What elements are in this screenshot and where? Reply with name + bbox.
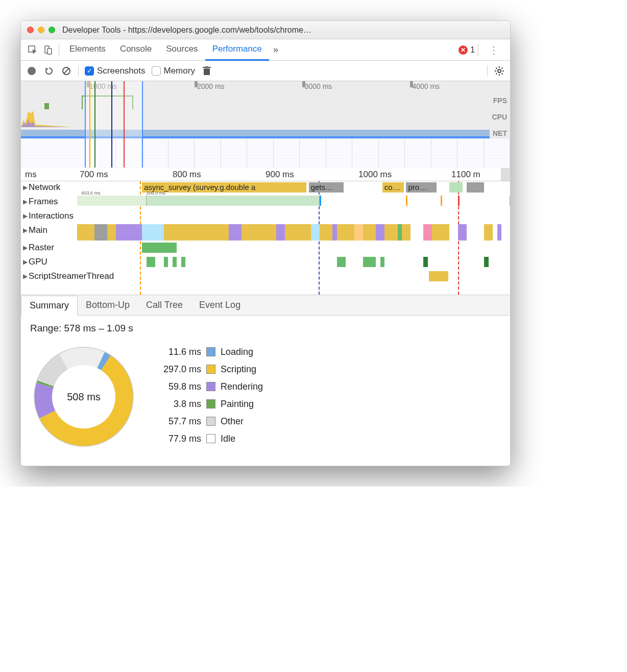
main-slice[interactable] [376, 224, 384, 241]
delete-button[interactable] [201, 65, 212, 77]
main-slice[interactable] [354, 224, 363, 241]
main-slice[interactable] [384, 224, 397, 241]
tab-sources[interactable]: Sources [159, 39, 205, 61]
flame-bar[interactable]: async_survey (survey.g.double a [142, 182, 306, 193]
disclosure-icon[interactable]: ▶ [23, 184, 28, 191]
legend-swatch [206, 417, 215, 426]
window-title: Developer Tools - https://developers.goo… [62, 26, 504, 35]
flame-bar[interactable] [363, 257, 376, 267]
main-slice[interactable] [164, 224, 177, 241]
track-gpu[interactable]: ▶GPU [21, 256, 510, 270]
details-tab-summary[interactable]: Summary [21, 296, 78, 316]
main-slice[interactable] [458, 224, 467, 241]
track-interactions[interactable]: ▶Interactions [21, 210, 510, 224]
track-main[interactable]: ▶Main [21, 224, 510, 242]
tab-performance[interactable]: Performance [205, 39, 269, 61]
device-toggle-icon[interactable] [40, 45, 56, 55]
tab-console[interactable]: Console [113, 39, 159, 61]
flame-bar[interactable] [142, 243, 177, 253]
main-slice[interactable] [242, 224, 276, 241]
flame-chart-tracks[interactable]: ▶Network async_survey (survey.g.double a… [21, 181, 510, 295]
main-slice[interactable] [116, 224, 142, 241]
main-slice[interactable] [363, 224, 376, 241]
clear-button[interactable] [61, 65, 72, 77]
flame-bar[interactable] [173, 257, 177, 267]
flame-bar[interactable] [484, 257, 488, 267]
record-button[interactable] [26, 65, 37, 77]
zoom-window-button[interactable] [49, 27, 55, 33]
flame-bar[interactable] [147, 257, 155, 267]
track-frames[interactable]: ▶Frames 603.6 ms 206.0 ms [21, 196, 510, 210]
main-slice[interactable] [94, 224, 107, 241]
legend-row-scripting: 297.0 msScripting [153, 361, 263, 378]
devtools-tabstrip: ElementsConsoleSourcesPerformance » ✕ 1 … [21, 39, 510, 61]
timeline-ruler[interactable]: ms 700 ms800 ms900 ms1000 ms1100 m [21, 168, 510, 181]
main-slice[interactable] [484, 224, 493, 241]
reload-record-button[interactable] [43, 65, 55, 77]
more-tabs-button[interactable]: » [269, 39, 282, 60]
disclosure-icon[interactable]: ▶ [23, 227, 28, 234]
separator [59, 44, 59, 56]
legend-row-painting: 3.8 msPainting [153, 395, 263, 413]
flame-bar[interactable] [380, 257, 384, 267]
main-slice[interactable] [276, 224, 285, 241]
details-tab-bottom-up[interactable]: Bottom-Up [78, 296, 138, 315]
main-slice[interactable] [337, 224, 354, 241]
flame-bar[interactable] [429, 271, 448, 281]
minimize-window-button[interactable] [38, 27, 44, 33]
net-lane-label: NET [493, 129, 507, 137]
disclosure-icon[interactable]: ▶ [23, 273, 28, 280]
main-slice[interactable] [142, 224, 163, 241]
screenshots-checkbox[interactable]: ✓ Screenshots [85, 66, 146, 76]
main-slice[interactable] [229, 224, 242, 241]
flame-bar[interactable]: co… [382, 182, 404, 193]
main-slice[interactable] [320, 224, 332, 241]
separator [487, 65, 488, 77]
main-slice[interactable] [497, 224, 501, 241]
flame-bar[interactable] [181, 257, 185, 267]
flame-bar[interactable] [467, 182, 484, 193]
flame-bar[interactable]: gets… [309, 182, 344, 193]
main-slice[interactable] [423, 224, 432, 241]
flame-bar[interactable] [449, 182, 462, 193]
details-tab-call-tree[interactable]: Call Tree [138, 296, 191, 315]
main-slice[interactable] [332, 224, 336, 241]
flame-bar[interactable]: pro… [406, 182, 436, 193]
legend-swatch [206, 347, 215, 356]
main-slice[interactable] [398, 224, 402, 241]
main-slice[interactable] [177, 224, 229, 241]
flame-bar[interactable] [337, 257, 346, 267]
details-tab-event-log[interactable]: Event Log [191, 296, 249, 315]
svg-line-4 [64, 68, 69, 74]
disclosure-icon[interactable]: ▶ [23, 258, 28, 266]
main-slice[interactable] [432, 224, 449, 241]
performance-toolbar: ✓ Screenshots Memory [21, 61, 510, 81]
memory-checkbox[interactable]: Memory [152, 66, 195, 76]
svg-line-13 [496, 67, 497, 68]
ruler-tick: 900 ms [266, 170, 294, 180]
flame-bar[interactable] [423, 257, 427, 267]
overview-panel[interactable]: 1000 ms2000 ms3000 ms4000 ms FPS CPU NET [21, 81, 510, 168]
error-counter[interactable]: ✕ 1 [459, 45, 475, 55]
flame-bar[interactable] [164, 257, 168, 267]
close-window-button[interactable] [27, 27, 34, 33]
main-slice[interactable] [402, 224, 411, 241]
main-slice[interactable] [107, 224, 116, 241]
tab-elements[interactable]: Elements [62, 39, 113, 61]
main-slice[interactable] [77, 224, 94, 241]
main-slice[interactable] [311, 224, 320, 241]
disclosure-icon[interactable]: ▶ [23, 244, 28, 251]
overview-selection[interactable] [85, 81, 143, 167]
main-slice[interactable] [285, 224, 311, 241]
timeline-scrollbar[interactable] [501, 168, 510, 181]
ruler-tick: 1100 m [451, 170, 480, 180]
disclosure-icon[interactable]: ▶ [23, 212, 28, 220]
track-raster[interactable]: ▶Raster [21, 242, 510, 256]
donut-total: 508 ms [67, 391, 101, 403]
disclosure-icon[interactable]: ▶ [23, 198, 28, 205]
track-scriptstreamer[interactable]: ▶ScriptStreamerThread [21, 270, 510, 284]
overview-tick: 4000 ms [412, 82, 440, 90]
inspect-icon[interactable] [25, 45, 40, 55]
settings-gear-icon[interactable] [494, 65, 505, 77]
kebab-menu-icon[interactable]: ⋮ [481, 44, 506, 56]
